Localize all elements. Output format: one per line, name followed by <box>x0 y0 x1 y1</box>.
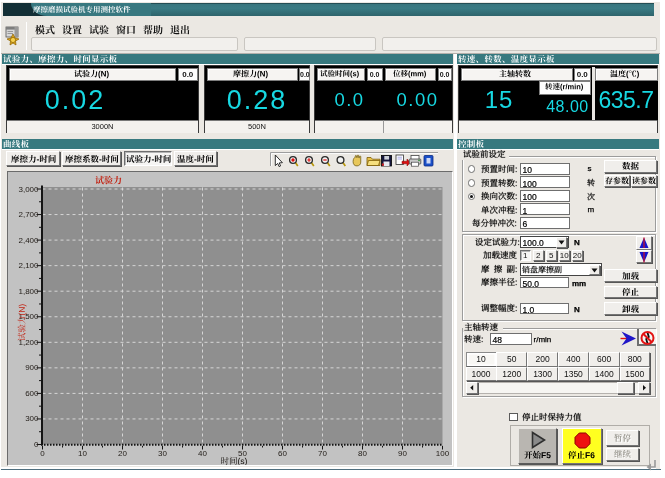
svg-text:60: 60 <box>278 449 287 458</box>
svg-text:2,100: 2,100 <box>18 261 39 270</box>
svg-text:2,700: 2,700 <box>18 210 39 219</box>
svg-text:50: 50 <box>238 449 247 458</box>
svg-text:40: 40 <box>198 449 207 458</box>
svg-text:80: 80 <box>358 449 367 458</box>
svg-text:90: 90 <box>398 449 407 458</box>
svg-text:100: 100 <box>436 449 450 458</box>
svg-text:1,200: 1,200 <box>18 338 39 347</box>
svg-text:30: 30 <box>158 449 167 458</box>
svg-text:1,800: 1,800 <box>18 287 39 296</box>
svg-text:1,500: 1,500 <box>18 312 39 321</box>
svg-text:0: 0 <box>34 440 39 449</box>
svg-text:10: 10 <box>78 449 87 458</box>
svg-text:300: 300 <box>25 414 39 423</box>
svg-text:20: 20 <box>118 449 127 458</box>
svg-text:900: 900 <box>25 363 39 372</box>
svg-text:70: 70 <box>318 449 327 458</box>
svg-text:2,400: 2,400 <box>18 236 39 245</box>
svg-text:600: 600 <box>25 389 39 398</box>
svg-text:3,000: 3,000 <box>18 185 39 194</box>
svg-text:0: 0 <box>40 449 45 458</box>
